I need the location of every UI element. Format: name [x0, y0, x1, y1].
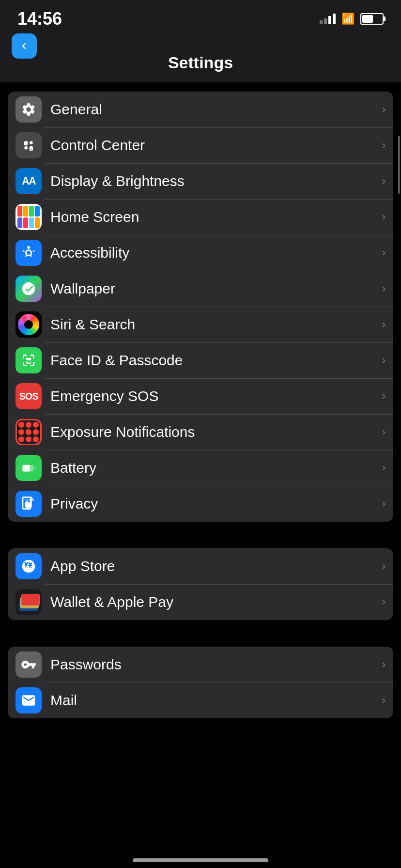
wallpaper-chevron: ›	[382, 282, 386, 295]
home-screen-chevron: ›	[382, 211, 386, 223]
section-gap-2	[0, 630, 401, 647]
settings-group-account: Passwords › Mail ›	[8, 647, 393, 718]
emergency-sos-item[interactable]: SOS Emergency SOS ›	[8, 378, 393, 414]
nav-header: Settings	[0, 34, 401, 82]
mail-icon	[15, 687, 42, 713]
emergency-sos-icon: SOS	[15, 383, 42, 409]
page-title: Settings	[0, 53, 401, 72]
scroll-track	[398, 136, 400, 194]
home-screen-label: Home Screen	[50, 209, 378, 225]
accessibility-item[interactable]: Accessibility ›	[8, 235, 393, 271]
app-store-icon	[15, 553, 42, 579]
accessibility-chevron: ›	[382, 247, 386, 259]
privacy-icon	[15, 491, 42, 517]
battery-icon	[15, 455, 42, 481]
privacy-chevron: ›	[382, 497, 386, 510]
section-gap-1	[0, 531, 401, 548]
status-icons: 📶	[320, 13, 384, 25]
home-indicator	[133, 858, 268, 862]
battery-status-icon	[360, 13, 384, 25]
control-center-icon	[15, 132, 42, 158]
battery-item[interactable]: Battery ›	[8, 450, 393, 486]
battery-label: Battery	[50, 460, 378, 476]
app-store-label: App Store	[50, 558, 378, 574]
accessibility-icon	[15, 240, 42, 266]
privacy-item[interactable]: Privacy ›	[8, 486, 393, 522]
face-id-chevron: ›	[382, 354, 386, 367]
svg-rect-8	[23, 465, 30, 472]
siri-icon	[15, 311, 42, 338]
wallet-item[interactable]: Wallet & Apple Pay ›	[8, 584, 393, 620]
wallpaper-item[interactable]: Wallpaper ›	[8, 271, 393, 307]
wifi-icon: 📶	[341, 13, 355, 25]
svg-point-1	[30, 141, 33, 144]
accessibility-label: Accessibility	[50, 245, 378, 261]
wallpaper-icon	[15, 276, 42, 302]
home-screen-item[interactable]: Home Screen ›	[8, 199, 393, 235]
wallpaper-label: Wallpaper	[50, 280, 378, 297]
face-id-item[interactable]: Face ID & Passcode ›	[8, 342, 393, 378]
home-screen-icon	[15, 204, 42, 230]
wallet-label: Wallet & Apple Pay	[50, 594, 378, 610]
passwords-icon	[15, 651, 42, 678]
wallet-icon	[15, 589, 42, 615]
siri-search-label: Siri & Search	[50, 316, 378, 333]
siri-search-item[interactable]: Siri & Search ›	[8, 307, 393, 342]
emergency-sos-chevron: ›	[382, 390, 386, 403]
app-store-chevron: ›	[382, 560, 386, 573]
display-brightness-label: Display & Brightness	[50, 173, 378, 189]
general-chevron: ›	[382, 103, 386, 116]
nav-back-area	[0, 39, 401, 53]
face-id-icon	[15, 347, 42, 373]
display-brightness-icon: AA	[15, 168, 42, 194]
display-brightness-item[interactable]: AA Display & Brightness ›	[8, 163, 393, 199]
svg-point-6	[27, 246, 30, 249]
exposure-icon	[15, 419, 42, 445]
passwords-item[interactable]: Passwords ›	[8, 647, 393, 682]
privacy-label: Privacy	[50, 496, 378, 512]
general-item[interactable]: General ›	[8, 92, 393, 127]
general-icon	[15, 96, 42, 123]
siri-search-chevron: ›	[382, 318, 386, 331]
face-id-label: Face ID & Passcode	[50, 352, 378, 369]
control-center-label: Control Center	[50, 137, 378, 154]
mail-label: Mail	[50, 692, 378, 709]
passwords-label: Passwords	[50, 656, 378, 673]
app-store-item[interactable]: App Store ›	[8, 548, 393, 584]
emergency-sos-label: Emergency SOS	[50, 388, 378, 404]
exposure-notifications-chevron: ›	[382, 426, 386, 438]
mail-item[interactable]: Mail ›	[8, 682, 393, 718]
status-bar: 14:56 📶	[0, 0, 401, 34]
back-icon[interactable]	[12, 33, 37, 59]
wallet-chevron: ›	[382, 596, 386, 608]
control-center-chevron: ›	[382, 139, 386, 152]
mail-chevron: ›	[382, 694, 386, 707]
control-center-item[interactable]: Control Center ›	[8, 127, 393, 163]
settings-group-system: General › Control Center › AA Display & …	[8, 92, 393, 522]
exposure-notifications-label: Exposure Notifications	[50, 424, 378, 440]
signal-icon	[320, 14, 336, 24]
display-brightness-chevron: ›	[382, 175, 386, 187]
exposure-notifications-item[interactable]: Exposure Notifications ›	[8, 414, 393, 450]
settings-group-store: App Store › Wallet & Apple Pay ›	[8, 548, 393, 620]
passwords-chevron: ›	[382, 658, 386, 671]
svg-point-2	[24, 146, 28, 150]
status-time: 14:56	[17, 9, 62, 29]
battery-chevron: ›	[382, 462, 386, 474]
general-label: General	[50, 101, 378, 118]
